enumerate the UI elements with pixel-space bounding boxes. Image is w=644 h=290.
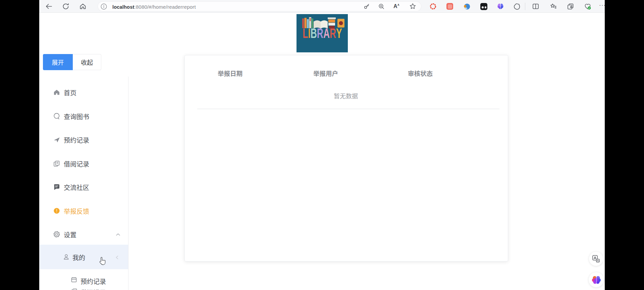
svg-text:LIBRARY: LIBRARY xyxy=(303,26,342,41)
